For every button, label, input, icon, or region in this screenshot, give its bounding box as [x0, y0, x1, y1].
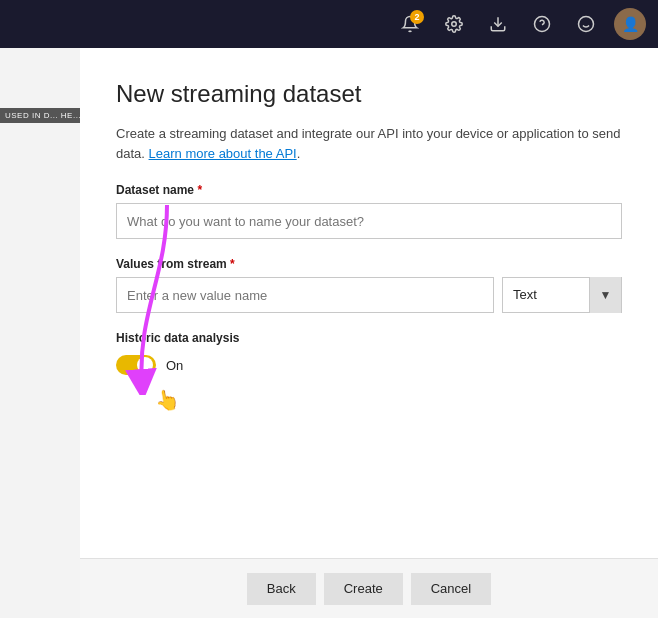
dialog-description: Create a streaming dataset and integrate…: [116, 124, 622, 163]
required-marker: *: [197, 183, 202, 197]
svg-point-4: [579, 17, 594, 32]
sidebar: USED IN D... HE...: [0, 48, 80, 618]
toggle-state-label: On: [166, 358, 183, 373]
dialog-footer: Back Create Cancel: [80, 558, 658, 618]
feedback-icon[interactable]: [566, 4, 606, 44]
values-label: Values from stream *: [116, 257, 622, 271]
toggle-row: On: [116, 355, 622, 375]
value-name-input[interactable]: [116, 277, 494, 313]
back-button[interactable]: Back: [247, 573, 316, 605]
chevron-down-icon[interactable]: ▼: [589, 277, 621, 313]
values-row: Text ▼: [116, 277, 622, 313]
svg-point-0: [452, 22, 457, 27]
notification-badge: 2: [410, 10, 424, 24]
notifications-icon[interactable]: 2: [390, 4, 430, 44]
learn-more-link[interactable]: Learn more about the API: [149, 146, 297, 161]
type-select[interactable]: Text ▼: [502, 277, 622, 313]
settings-icon[interactable]: [434, 4, 474, 44]
avatar[interactable]: 👤: [610, 4, 650, 44]
topbar: 2 👤: [0, 0, 658, 48]
create-button[interactable]: Create: [324, 573, 403, 605]
download-icon[interactable]: [478, 4, 518, 44]
toggle-knob: [137, 357, 153, 373]
sidebar-label: USED IN D... HE...: [0, 108, 86, 123]
user-avatar: 👤: [614, 8, 646, 40]
dialog-content: New streaming dataset Create a streaming…: [80, 48, 658, 618]
required-marker-2: *: [230, 257, 235, 271]
historic-toggle[interactable]: [116, 355, 156, 375]
help-icon[interactable]: [522, 4, 562, 44]
dialog-overlay: New streaming dataset Create a streaming…: [80, 48, 658, 618]
dataset-name-input[interactable]: [116, 203, 622, 239]
type-select-text: Text: [503, 277, 589, 313]
historic-section: Historic data analysis On: [116, 331, 622, 375]
historic-label: Historic data analysis: [116, 331, 622, 345]
dataset-name-label: Dataset name *: [116, 183, 622, 197]
dialog-title: New streaming dataset: [116, 80, 622, 108]
cancel-button[interactable]: Cancel: [411, 573, 491, 605]
